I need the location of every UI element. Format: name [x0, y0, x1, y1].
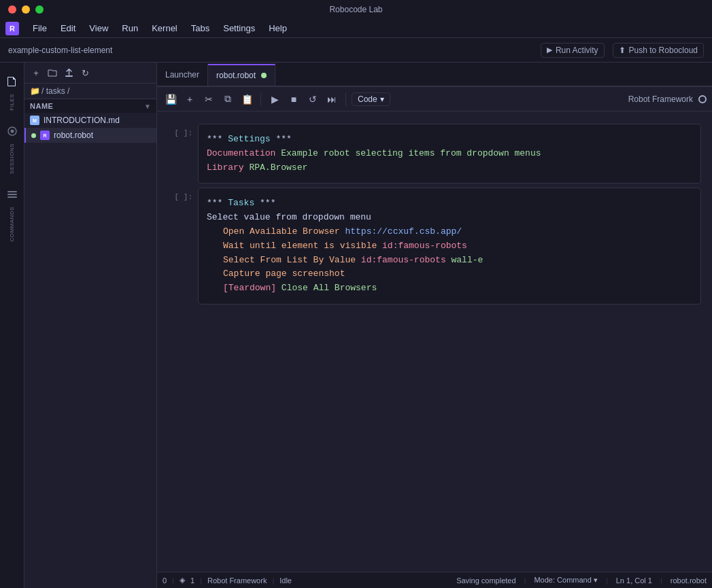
- notebook-content: [ ]: *** Settings *** Documentation Exam…: [157, 111, 712, 572]
- upload-button[interactable]: [61, 65, 76, 80]
- new-file-button[interactable]: +: [29, 65, 44, 80]
- menu-help[interactable]: Help: [263, 22, 292, 35]
- minimize-button[interactable]: [22, 5, 30, 14]
- copy-button[interactable]: ⧉: [220, 91, 236, 107]
- sidebar-item-sessions[interactable]: [3, 122, 22, 141]
- menu-settings[interactable]: Settings: [218, 22, 260, 35]
- app-logo: R: [5, 22, 19, 35]
- stop-button[interactable]: ■: [286, 91, 302, 107]
- cut-button[interactable]: ✂: [201, 91, 217, 107]
- run-activity-button[interactable]: ▶ Run Activity: [541, 43, 605, 58]
- icon-sidebar: Files Sessions Commands: [0, 63, 24, 588]
- menu-kernel[interactable]: Kernel: [146, 22, 183, 35]
- sidebar-sessions-group: Sessions: [0, 118, 24, 178]
- toolbar-separator-2: [345, 92, 346, 106]
- restart-button[interactable]: ↺: [305, 91, 321, 107]
- svg-point-1: [10, 129, 14, 133]
- tabbar: Launcher robot.robot: [157, 63, 712, 87]
- status-position: Ln 1, Col 1: [616, 576, 652, 585]
- file-list: M INTRODUCTION.md R robot.robot: [24, 113, 156, 588]
- window-controls: [8, 5, 44, 14]
- file-sidebar: + ↻ 📁 / tasks / Name ▼ M INTRODUCTION.md: [24, 63, 157, 588]
- tasks-section-line: *** Tasks ***: [207, 196, 692, 211]
- status-kernel-label: Robot Framework: [207, 576, 267, 585]
- menu-file[interactable]: File: [27, 22, 52, 35]
- maximize-button[interactable]: [35, 5, 44, 14]
- file-item-robot[interactable]: R robot.robot: [24, 128, 156, 143]
- status-idle: Idle: [279, 576, 292, 585]
- breadcrumb: 📁 / tasks /: [24, 84, 156, 99]
- run-button[interactable]: ▶: [267, 91, 283, 107]
- tab-modified-indicator: [261, 73, 267, 78]
- projectbar: example-custom-list-element ▶ Run Activi…: [0, 38, 712, 63]
- status-saving: Saving completed: [456, 576, 515, 585]
- sidebar-item-commands[interactable]: [3, 185, 22, 204]
- sessions-label: Sessions: [9, 143, 15, 174]
- file-sidebar-toolbar: + ↻: [24, 63, 156, 84]
- status-mode: Mode: Command ▾: [534, 576, 597, 585]
- status-right: Saving completed | Mode: Command ▾ | Ln …: [456, 576, 707, 585]
- svg-rect-5: [65, 75, 73, 77]
- play-icon: ▶: [547, 46, 552, 54]
- sort-icon: ▼: [144, 103, 151, 110]
- menu-run[interactable]: Run: [116, 22, 143, 35]
- fast-forward-button[interactable]: ⏭: [324, 91, 340, 107]
- commands-label: Commands: [9, 207, 15, 242]
- new-folder-button[interactable]: [45, 65, 60, 80]
- file-name-introduction: INTRODUCTION.md: [44, 116, 120, 125]
- tab-launcher[interactable]: Launcher: [157, 64, 208, 86]
- file-item-introduction[interactable]: M INTRODUCTION.md: [24, 113, 156, 128]
- menu-view[interactable]: View: [84, 22, 114, 35]
- refresh-button[interactable]: ↻: [78, 65, 92, 80]
- sidebar-commands-group: Commands: [0, 181, 24, 246]
- svg-rect-3: [7, 194, 17, 195]
- save-button[interactable]: 💾: [163, 91, 179, 107]
- md-file-icon: M: [30, 116, 39, 125]
- app-title: Robocode Lab: [329, 5, 382, 14]
- cell-body-1[interactable]: *** Settings *** Documentation Example r…: [198, 124, 701, 184]
- main-layout: Files Sessions Commands: [0, 63, 712, 588]
- robot-file-icon: R: [40, 131, 50, 140]
- menubar: R File Edit View Run Kernel Tabs Setting…: [0, 19, 712, 38]
- cell-type-select[interactable]: Code ▾: [352, 92, 390, 106]
- sidebar-item-files[interactable]: [3, 72, 22, 91]
- sidebar-files-group: Files: [0, 68, 24, 115]
- file-name-robot: robot.robot: [54, 131, 93, 140]
- file-list-header-name: Name: [30, 102, 53, 110]
- content-area: Launcher robot.robot 💾 + ✂ ⧉ 📋 ▶ ■ ↺ ⏭ C…: [157, 63, 712, 588]
- chevron-down-icon: ▾: [594, 576, 598, 584]
- menu-edit[interactable]: Edit: [55, 22, 81, 35]
- settings-section-line: *** Settings ***: [207, 133, 692, 147]
- titlebar: Robocode Lab: [0, 0, 712, 19]
- wait-element-line: Wait until element is visible id:famous-…: [207, 239, 692, 254]
- folder-icon: 📁: [30, 86, 40, 96]
- cell-settings: [ ]: *** Settings *** Documentation Exam…: [157, 124, 712, 184]
- kernel-status-circle: [698, 95, 707, 103]
- notebook-toolbar: 💾 + ✂ ⧉ 📋 ▶ ■ ↺ ⏭ Code ▾ Robot Framework: [157, 87, 712, 111]
- cell-body-2[interactable]: *** Tasks *** Select value from dropdown…: [198, 188, 701, 305]
- cell-gutter-2: [ ]:: [157, 188, 198, 305]
- cell-gutter-1: [ ]:: [157, 124, 198, 184]
- status-kernel-icon: ◈: [180, 576, 185, 585]
- close-button[interactable]: [8, 5, 16, 14]
- task-name-line: Select value from dropdown menu: [207, 211, 692, 225]
- file-list-header: Name ▼: [24, 99, 156, 113]
- cell-tasks: [ ]: *** Tasks *** Select value from dro…: [157, 188, 712, 305]
- paste-button[interactable]: 📋: [239, 91, 255, 107]
- active-dot: [31, 133, 36, 138]
- teardown-line: [Teardown] Close All Browsers: [207, 281, 692, 296]
- project-actions: ▶ Run Activity ⬆ Push to Robocloud: [541, 43, 704, 58]
- svg-rect-4: [7, 196, 17, 198]
- tab-robot[interactable]: robot.robot: [208, 64, 275, 86]
- push-to-robocloud-button[interactable]: ⬆ Push to Robocloud: [613, 43, 704, 58]
- svg-rect-2: [7, 191, 17, 192]
- menu-tabs[interactable]: Tabs: [186, 22, 215, 35]
- status-file: robot.robot: [671, 576, 707, 585]
- add-cell-button[interactable]: +: [182, 91, 198, 107]
- toolbar-separator-1: [260, 92, 261, 106]
- documentation-line: Documentation Example robot selecting it…: [207, 147, 692, 161]
- status-kernel-count: 1: [190, 576, 194, 585]
- upload-icon: ⬆: [619, 46, 626, 55]
- status-number: 0: [163, 576, 167, 585]
- project-name: example-custom-list-element: [8, 46, 112, 55]
